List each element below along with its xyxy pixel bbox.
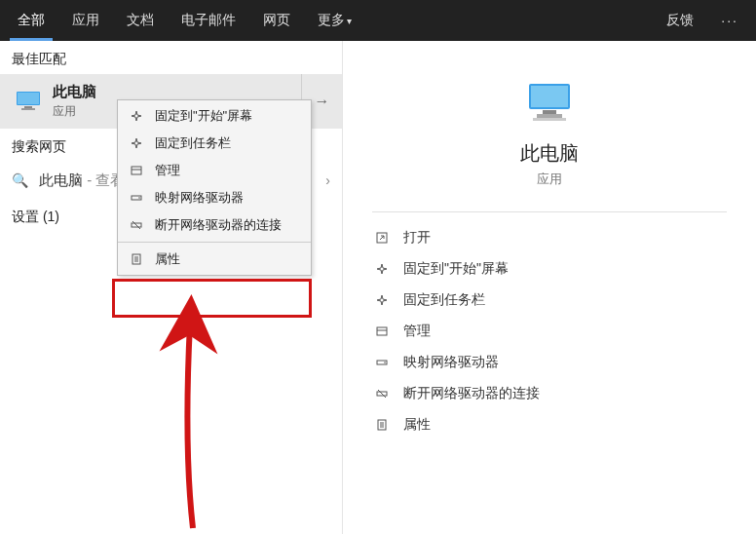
menu-manage[interactable]: 管理 [118, 157, 311, 184]
open-icon [372, 232, 392, 244]
topbar: 全部 应用 文档 电子邮件 网页 更多 ▾ 反馈 ··· [0, 0, 756, 41]
chevron-right-icon: › [325, 172, 330, 188]
tab-all[interactable]: 全部 [4, 0, 58, 41]
menu-map-network-drive[interactable]: 映射网络驱动器 [118, 184, 311, 211]
section-best-match: 最佳匹配 [0, 41, 342, 74]
action-label: 映射网络驱动器 [403, 354, 499, 371]
search-icon: 🔍 [12, 172, 31, 188]
tab-more[interactable]: 更多 ▾ [304, 0, 365, 41]
action-pin-to-start[interactable]: 固定到"开始"屏幕 [343, 253, 756, 285]
best-match-text: 此电脑 应用 [53, 83, 96, 120]
tab-documents[interactable]: 文档 [113, 0, 168, 41]
action-properties[interactable]: 属性 [343, 409, 756, 440]
action-manage[interactable]: 管理 [343, 316, 756, 347]
tab-label: 全部 [18, 12, 45, 29]
svg-line-9 [132, 221, 140, 229]
menu-disconnect-network-drive[interactable]: 断开网络驱动器的连接 [118, 211, 311, 239]
action-label: 固定到任务栏 [403, 291, 485, 309]
svg-rect-4 [132, 167, 141, 174]
annotation-arrow [117, 265, 234, 534]
svg-point-23 [384, 362, 386, 363]
svg-line-25 [378, 390, 386, 398]
menu-separator [118, 242, 311, 243]
manage-icon [128, 165, 145, 176]
feedback-button[interactable]: 反馈 [653, 12, 707, 29]
menu-properties[interactable]: 属性 [118, 246, 311, 273]
disconnect-drive-icon [128, 219, 145, 231]
manage-icon [372, 325, 392, 337]
details-pane: 此电脑 应用 打开 固定到"开始"屏幕 固定到任务栏 管理 [343, 41, 756, 534]
menu-pin-to-start[interactable]: 固定到"开始"屏幕 [118, 102, 311, 130]
tab-label: 应用 [72, 12, 99, 29]
map-drive-icon [128, 192, 145, 204]
this-pc-large-icon [523, 80, 576, 127]
map-drive-icon [372, 357, 392, 368]
this-pc-icon [12, 85, 45, 118]
menu-label: 断开网络驱动器的连接 [155, 216, 282, 234]
disconnect-drive-icon [372, 388, 392, 400]
action-label: 管理 [403, 323, 431, 340]
menu-label: 映射网络驱动器 [155, 189, 244, 207]
svg-rect-17 [537, 114, 562, 118]
pin-taskbar-icon [128, 137, 145, 149]
menu-pin-to-taskbar[interactable]: 固定到任务栏 [118, 130, 311, 157]
properties-icon [372, 419, 392, 431]
tab-web[interactable]: 网页 [249, 0, 304, 41]
svg-rect-2 [24, 106, 32, 108]
details-hero: 此电脑 应用 [343, 41, 756, 211]
menu-label: 管理 [155, 162, 180, 179]
properties-icon [128, 253, 145, 265]
pin-start-icon [128, 110, 145, 122]
search-query: 此电脑 [39, 172, 83, 188]
main-content: 最佳匹配 此电脑 应用 → 搜索网页 🔍 此电脑 - 查看网 [0, 41, 756, 534]
action-label: 属性 [403, 416, 431, 434]
menu-label: 固定到任务栏 [155, 134, 231, 152]
details-title: 此电脑 [520, 140, 579, 167]
tab-apps[interactable]: 应用 [58, 0, 113, 41]
details-subtitle: 应用 [537, 171, 562, 188]
tab-label: 文档 [127, 12, 154, 29]
best-match-subtitle: 应用 [53, 103, 96, 120]
svg-rect-1 [18, 93, 39, 104]
annotation-highlight [112, 279, 312, 318]
search-filter-tabs: 全部 应用 文档 电子邮件 网页 更多 ▾ [4, 0, 365, 41]
results-pane: 最佳匹配 此电脑 应用 → 搜索网页 🔍 此电脑 - 查看网 [0, 41, 343, 534]
action-label: 固定到"开始"屏幕 [403, 260, 509, 278]
svg-point-7 [138, 197, 140, 199]
topbar-right: 反馈 ··· [653, 12, 752, 29]
action-label: 断开网络驱动器的连接 [403, 385, 540, 402]
svg-rect-16 [543, 110, 556, 114]
best-match-title: 此电脑 [53, 83, 96, 101]
more-options-button[interactable]: ··· [707, 13, 752, 28]
action-pin-to-taskbar[interactable]: 固定到任务栏 [343, 285, 756, 316]
action-disconnect-network-drive[interactable]: 断开网络驱动器的连接 [343, 378, 756, 409]
action-label: 打开 [403, 229, 431, 247]
tab-label: 更多 [318, 12, 345, 29]
tab-label: 网页 [263, 12, 290, 29]
tab-label: 电子邮件 [181, 12, 236, 29]
svg-rect-20 [377, 327, 387, 335]
tab-email[interactable]: 电子邮件 [168, 0, 249, 41]
menu-label: 属性 [155, 250, 180, 268]
menu-label: 固定到"开始"屏幕 [155, 107, 252, 125]
action-open[interactable]: 打开 [343, 222, 756, 253]
chevron-down-icon: ▾ [347, 16, 352, 26]
context-menu: 固定到"开始"屏幕 固定到任务栏 管理 映射网络驱动器 [117, 99, 312, 276]
action-map-network-drive[interactable]: 映射网络驱动器 [343, 347, 756, 378]
svg-rect-18 [533, 118, 566, 121]
svg-rect-15 [531, 86, 568, 107]
pin-taskbar-icon [372, 294, 392, 306]
actions-separator [372, 211, 727, 212]
pin-start-icon [372, 263, 392, 275]
svg-rect-3 [21, 108, 35, 110]
